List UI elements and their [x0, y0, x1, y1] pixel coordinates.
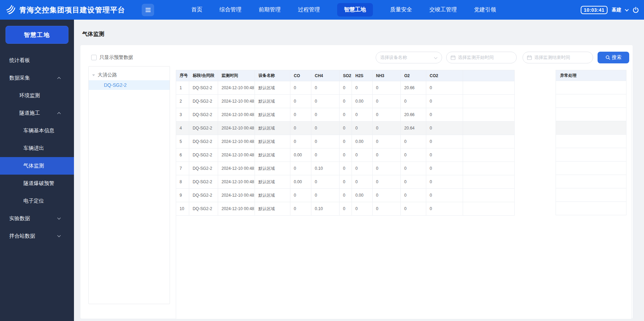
table-row[interactable]: 7DQ-SG2-22024-12-10 00:48:…默认区域00.100000…	[176, 162, 515, 175]
table-cell: DQ-SG2-2	[189, 95, 218, 108]
table-cell: 20.66	[401, 81, 426, 95]
sidebar-item[interactable]: 隧道爆破预警	[0, 175, 74, 192]
table-row[interactable]: 5DQ-SG2-22024-12-10 00:48:…默认区域0000.0000…	[176, 135, 515, 148]
table-cell: 默认区域	[255, 95, 290, 108]
nav-item[interactable]: 过程管理	[298, 6, 320, 13]
fixed-column-row[interactable]	[556, 108, 626, 121]
table-cell: 0	[401, 135, 426, 148]
table-cell: 0	[311, 122, 340, 135]
table-cell: 0	[401, 162, 426, 175]
table-cell	[463, 122, 515, 135]
chevron-down-icon	[57, 216, 61, 220]
table-cell: 0	[401, 202, 426, 216]
table-cell	[463, 175, 515, 189]
tree-node-root[interactable]: 大清公路	[89, 70, 170, 80]
table-row[interactable]: 2DQ-SG2-22024-12-10 00:48:…默认区域0000.0000…	[176, 95, 515, 108]
sidebar-item[interactable]: 车辆进出	[0, 139, 74, 157]
table-row[interactable]: 6DQ-SG2-22024-12-10 00:48:…默认区域0.0000000…	[176, 148, 515, 162]
table-header-cell: CO2	[426, 70, 463, 81]
table-header-cell: CH4	[311, 70, 340, 81]
fixed-column-row[interactable]	[556, 175, 626, 188]
warning-only-checkbox[interactable]	[91, 55, 97, 60]
table-cell	[463, 202, 515, 216]
fixed-column-row[interactable]	[556, 94, 626, 108]
table-cell: 0	[290, 202, 311, 216]
sidebar-menu: 统计看板数据采集环境监测隧道施工车辆基本信息车辆进出气体监测隧道爆破预警电子定位…	[0, 52, 74, 245]
table-cell: DQ-SG2-2	[189, 189, 218, 202]
sidebar-item[interactable]: 气体监测	[0, 157, 74, 175]
search-button-label: 搜索	[612, 54, 622, 61]
table-cell: 0	[373, 95, 401, 108]
fixed-column-row[interactable]	[556, 202, 626, 215]
table-header-cell: NH3	[373, 70, 401, 81]
nav-item[interactable]: 首页	[191, 6, 202, 13]
table-cell: 0.00	[352, 189, 373, 202]
sidebar-section-button[interactable]: 智慧工地	[6, 26, 68, 44]
nav-item[interactable]: 交竣工管理	[429, 6, 457, 13]
table-cell: 0	[426, 202, 463, 216]
caret-down-icon[interactable]	[92, 74, 95, 76]
device-select[interactable]: 选择设备名称	[376, 52, 442, 63]
fixed-column-row[interactable]	[556, 135, 626, 148]
table-cell: 0	[290, 122, 311, 135]
nav-item[interactable]: 党建引领	[474, 6, 496, 13]
sidebar-item[interactable]: 车辆基本信息	[0, 122, 74, 139]
fixed-column-row[interactable]	[556, 162, 626, 175]
warning-only-label: 只显示预警数据	[99, 54, 133, 61]
nav-item[interactable]: 前期管理	[259, 6, 281, 13]
user-name[interactable]: 基建	[612, 7, 621, 13]
sidebar-item[interactable]: 环境监测	[0, 87, 74, 104]
sidebar-item[interactable]: 隧道施工	[0, 104, 74, 122]
end-time-placeholder: 选择监测结束时间	[534, 54, 570, 61]
clock: 10:03:41	[581, 6, 608, 14]
fixed-column-row[interactable]	[556, 148, 626, 162]
table-row[interactable]: 10DQ-SG2-22024-12-10 00:48:…默认区域00.10000…	[176, 202, 515, 216]
sidebar-item[interactable]: 数据采集	[0, 69, 74, 87]
table-row[interactable]: 4DQ-SG2-22024-12-10 00:48:…默认区域0000020.6…	[176, 122, 515, 135]
fixed-column-row[interactable]	[556, 81, 626, 94]
table-row[interactable]: 1DQ-SG2-22024-12-10 00:48:…默认区域0000020.6…	[176, 81, 515, 95]
table-cell	[463, 108, 515, 122]
nav-item[interactable]: 智慧工地	[337, 3, 373, 17]
sidebar-item[interactable]: 实验数据	[0, 210, 74, 227]
table-cell: 0	[340, 189, 352, 202]
menu-toggle-button[interactable]	[142, 4, 154, 16]
table-cell: 2024-12-10 00:48:…	[218, 122, 255, 135]
table-cell: 0	[401, 189, 426, 202]
fixed-column-row[interactable]	[556, 121, 626, 135]
chevron-down-icon[interactable]	[625, 7, 629, 11]
table-cell: 0	[290, 162, 311, 175]
power-icon[interactable]	[632, 7, 639, 13]
table-cell: 0	[290, 189, 311, 202]
table-cell: 0	[352, 175, 373, 189]
nav-item[interactable]: 综合管理	[219, 6, 242, 13]
tree-node-selected[interactable]: DQ-SG2-2	[89, 80, 170, 90]
tree-child-label: DQ-SG2-2	[104, 82, 127, 88]
table-header-cell: O2	[401, 70, 426, 81]
sidebar-item[interactable]: 电子定位	[0, 192, 74, 210]
end-time-input[interactable]: 选择监测结束时间	[523, 52, 593, 63]
table-cell: 1	[176, 81, 189, 95]
table-cell: 0	[340, 81, 352, 95]
nav-item[interactable]: 质量安全	[390, 6, 412, 13]
start-time-input[interactable]: 选择监测开始时间	[446, 52, 517, 63]
table-cell: 0.00	[352, 95, 373, 108]
fixed-column-row[interactable]	[556, 188, 626, 202]
table-cell: 0	[311, 108, 340, 122]
sidebar-item[interactable]: 统计看板	[0, 52, 74, 69]
search-button[interactable]: 搜索	[598, 52, 629, 63]
table-row[interactable]: 9DQ-SG2-22024-12-10 00:48:…默认区域0000.0000…	[176, 189, 515, 202]
table-cell: 2024-12-10 00:48:…	[218, 95, 255, 108]
table-cell: 10	[176, 202, 189, 216]
table-cell	[463, 135, 515, 148]
sidebar-item-label: 实验数据	[9, 215, 30, 222]
chevron-down-icon	[434, 56, 438, 59]
table-row[interactable]: 3DQ-SG2-22024-12-10 00:48:…默认区域0000020.6…	[176, 108, 515, 122]
table-cell: 0	[373, 189, 401, 202]
table-row[interactable]: 8DQ-SG2-22024-12-10 00:48:…默认区域0.0000000…	[176, 175, 515, 189]
table-cell: 0	[373, 202, 401, 216]
sidebar-item[interactable]: 拌合站数据	[0, 227, 74, 245]
table-cell: 默认区域	[255, 135, 290, 148]
table-cell: 0	[352, 202, 373, 216]
table-cell: 0	[311, 175, 340, 189]
